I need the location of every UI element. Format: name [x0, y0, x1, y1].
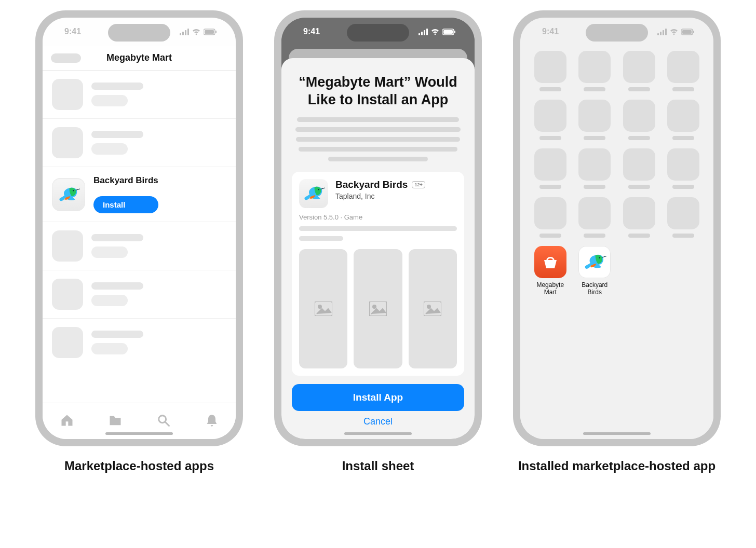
- button-placeholder: [91, 143, 128, 155]
- button-placeholder: [91, 246, 128, 258]
- install-button[interactable]: Install: [93, 196, 158, 213]
- list-item[interactable]: [43, 270, 236, 319]
- status-time: 9:41: [64, 27, 81, 36]
- back-button[interactable]: [51, 53, 81, 63]
- sheet-title: “Megabyte Mart” Would Like to Install an…: [297, 74, 459, 109]
- app-placeholder[interactable]: [532, 148, 569, 189]
- wifi-icon: [431, 29, 439, 35]
- phone-home-screen: 9:41: [513, 10, 721, 446]
- app-icon-placeholder: [52, 279, 83, 310]
- age-rating-badge: 12+: [412, 181, 425, 188]
- app-label: Backyard Birds: [576, 281, 614, 296]
- screenshot-placeholder[interactable]: [409, 249, 457, 368]
- app-placeholder[interactable]: [620, 197, 658, 238]
- text-placeholder: [299, 226, 457, 231]
- screenshots-row[interactable]: [299, 249, 457, 368]
- app-card: Backyard Birds 12+ Tapland, Inc Version …: [292, 172, 464, 376]
- app-name: Backyard Birds: [335, 179, 408, 190]
- app-placeholder[interactable]: [576, 148, 614, 189]
- app-name: Backyard Birds: [93, 175, 158, 186]
- app-placeholder[interactable]: [620, 100, 658, 140]
- text-placeholder: [299, 236, 343, 241]
- button-placeholder: [91, 295, 128, 306]
- app-icon: [578, 246, 611, 278]
- tab-alerts[interactable]: [205, 413, 219, 430]
- developer-name: Tapland, Inc: [335, 192, 425, 200]
- battery-icon: [204, 29, 217, 35]
- app-icon-placeholder: [52, 79, 83, 110]
- text-placeholder: [91, 83, 143, 90]
- app-meta: Version 5.5.0 · Game: [299, 213, 457, 221]
- app-icon-placeholder: [52, 127, 83, 158]
- app-icon: [52, 178, 85, 211]
- app-icon-placeholder: [52, 327, 83, 358]
- app-icon: [299, 179, 328, 208]
- caption: Install sheet: [342, 458, 414, 474]
- list-item[interactable]: [43, 71, 236, 119]
- nav-bar: Megabyte Mart: [43, 46, 236, 71]
- button-placeholder: [91, 343, 128, 354]
- tab-files[interactable]: [108, 413, 123, 430]
- nav-title: Megabyte Mart: [106, 52, 172, 63]
- app-placeholder[interactable]: [576, 51, 614, 91]
- dynamic-island: [108, 24, 170, 42]
- cellular-icon: [657, 29, 667, 35]
- app-placeholder[interactable]: [532, 100, 569, 140]
- phone-marketplace: 9:41 Megabyte Mart: [35, 10, 243, 446]
- screenshot-placeholder[interactable]: [299, 249, 347, 368]
- status-time: 9:41: [303, 27, 320, 36]
- app-placeholder[interactable]: [576, 100, 614, 140]
- status-time: 9:41: [542, 27, 559, 36]
- cellular-icon: [180, 29, 189, 35]
- home-screen-grid[interactable]: Megabyte Mart Backyard Birds: [520, 46, 713, 439]
- app-placeholder[interactable]: [576, 197, 614, 238]
- install-app-button[interactable]: Install App: [292, 384, 464, 411]
- description-placeholder: [292, 117, 464, 161]
- wifi-icon: [192, 29, 200, 35]
- install-sheet: “Megabyte Mart” Would Like to Install an…: [281, 58, 475, 439]
- tab-home[interactable]: [60, 413, 74, 430]
- app-icon-placeholder: [52, 230, 83, 262]
- text-placeholder: [91, 282, 143, 290]
- app-placeholder[interactable]: [532, 51, 569, 91]
- button-placeholder: [91, 95, 128, 106]
- dynamic-island: [347, 24, 409, 42]
- caption: Installed marketplace-hosted app: [518, 458, 716, 474]
- app-list[interactable]: Backyard Birds Install: [43, 71, 236, 403]
- cellular-icon: [419, 29, 428, 35]
- caption: Marketplace-hosted apps: [64, 458, 214, 474]
- battery-icon: [681, 29, 695, 35]
- screenshot-placeholder[interactable]: [354, 249, 402, 368]
- list-item[interactable]: [43, 119, 236, 167]
- text-placeholder: [91, 331, 143, 338]
- list-item[interactable]: [43, 319, 236, 366]
- dynamic-island: [586, 24, 648, 42]
- cancel-button[interactable]: Cancel: [363, 416, 393, 427]
- app-placeholder[interactable]: [665, 100, 703, 140]
- app-megabyte-mart[interactable]: Megabyte Mart: [532, 246, 569, 296]
- battery-icon: [442, 29, 456, 35]
- app-placeholder[interactable]: [620, 148, 658, 189]
- home-indicator[interactable]: [583, 432, 651, 435]
- tab-search[interactable]: [156, 413, 171, 430]
- app-placeholder[interactable]: [665, 148, 703, 189]
- phone-install-sheet: 9:41 “Megabyte Mart” Would Like to Insta…: [274, 10, 482, 446]
- app-list-item-backyard-birds[interactable]: Backyard Birds Install: [43, 167, 236, 222]
- home-indicator[interactable]: [344, 432, 412, 435]
- wifi-icon: [670, 29, 678, 35]
- list-item[interactable]: [43, 222, 236, 270]
- app-placeholder[interactable]: [665, 197, 703, 238]
- app-backyard-birds[interactable]: Backyard Birds: [576, 246, 614, 296]
- app-placeholder[interactable]: [665, 51, 703, 91]
- app-placeholder[interactable]: [532, 197, 569, 238]
- app-label: Megabyte Mart: [532, 281, 569, 296]
- text-placeholder: [91, 131, 143, 138]
- text-placeholder: [91, 234, 143, 241]
- app-placeholder[interactable]: [620, 51, 658, 91]
- home-indicator[interactable]: [105, 432, 173, 435]
- app-icon: [534, 246, 566, 278]
